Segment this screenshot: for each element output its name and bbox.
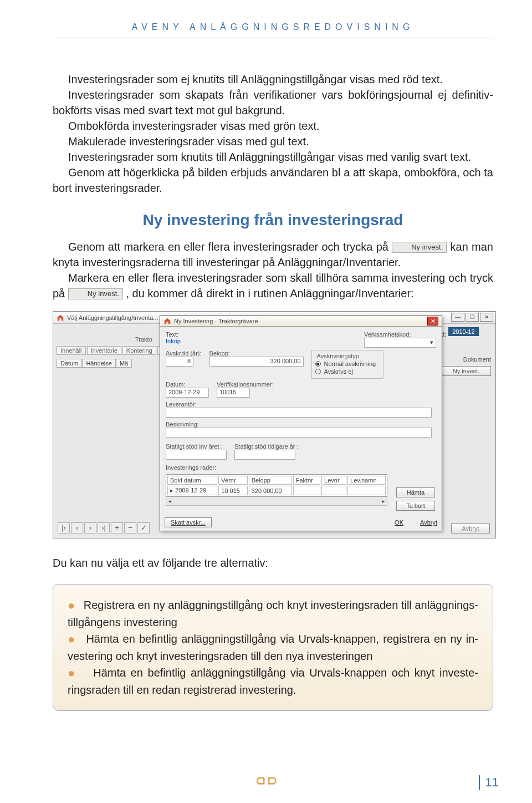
box-item-2: Hämta en befintlig anläggningstillgång v… [68,633,478,662]
label-stod2: Statligt stöd tidigare år : [234,443,299,450]
ny-investering-dialog: Ny Investering - Traktorgrävare ✕ Text: … [160,315,442,531]
label-beskrivning: Beskrivning: [166,421,436,428]
nav-first-icon[interactable]: |‹ [58,522,70,533]
label-avskrtid: Avskr.tid (år): [166,350,202,357]
nav-plus-icon[interactable]: + [111,522,123,533]
investeringsrader-table: Bokf.datum Vernr Belopp Faktnr Levnr Lev… [166,474,387,497]
col-ma: Mä [116,359,132,368]
p2a-1: Genom att markera en eller flera investe… [68,241,392,253]
radio-avskrivs-ej[interactable]: Avskrivs ej [315,368,380,375]
td-vernr: 10 015 [218,486,247,495]
nav-buttons: |‹ ‹ › ›| + − ✓ [58,522,150,533]
bg-trakto-label: Trakto [135,336,152,343]
minimize-icon[interactable]: — [451,313,464,322]
value-text[interactable]: Inköp [166,338,181,344]
td-levnamn [347,486,386,495]
p2b-2: , du kommer då direkt in i rutinen Anläg… [126,287,413,299]
intro-paragraph: Investeringsrader som ej knutits till An… [53,72,493,196]
bg-avbryt-button[interactable]: Avbryt [451,524,490,533]
nav-minus-icon[interactable]: − [124,522,136,533]
input-beskrivning[interactable] [166,428,432,438]
label-belopp: Belopp: [209,350,304,357]
maximize-icon[interactable]: ☐ [466,313,479,322]
input-verifnr[interactable]: 10015 [217,388,250,398]
nav-prev-icon[interactable]: ‹ [71,522,83,533]
ny-invest-inline-button-2[interactable]: Ny invest. [68,288,123,299]
th-levnamn: Lev.namn [347,476,386,485]
radio-normal[interactable]: Normal avskrivning [315,360,380,367]
hamta-button[interactable]: Hämta [396,487,435,497]
box-item-3: Hämta en befintlig anläggningstillgång v… [68,667,478,696]
table-scrollbar[interactable]: ◂▸ [166,497,387,506]
label-verksamhetskod: Verksamhetskod: [364,331,436,338]
home-icon [57,314,64,322]
p1-l3: Ombokförda investeringsrader visas med g… [53,118,493,134]
p1-l2: Investeringsrader som skapats från verif… [53,87,493,118]
skatt-avskr-button[interactable]: Skatt avskr... [165,517,212,527]
footer-logo-icon: ⫏⫐ [254,772,278,787]
bg-right-panel: d: 2010-12 Dokument Ny invest. [441,327,491,376]
p1-l5: Investeringsrader som knutits till Anläg… [53,149,493,165]
bullet-icon: ● [68,632,76,646]
bg-date-box[interactable]: 2010-12 [448,327,478,336]
td-levnr [321,486,346,495]
avskrivningstyp-group: Avskrivningstyp Normal avskrivning Avskr… [311,350,383,379]
dropdown-icon[interactable]: ▾ [430,339,433,346]
nav-next-icon[interactable]: › [84,522,96,533]
td-faktnr [293,486,320,495]
table-row[interactable]: ▸ 2009-12-29 10 015 320 000,00 [167,486,386,495]
col-handelse: Händelse [82,359,115,368]
label-leverantor: Leverantör: [166,401,436,408]
label-text: Text: [166,331,181,338]
th-vernr: Vernr [218,476,247,485]
tab-innehall[interactable]: Innehåll [57,346,86,355]
p1-l4: Makulerade investeringsrader visas med g… [53,134,493,149]
th-belopp: Belopp [249,476,292,485]
bg-tabs: Innehåll Inventarie Kontering Öv [57,346,173,355]
info-box: ● Registrera en ny anläggningstillgång o… [53,584,493,711]
p1-l1: Investeringsrader som ej knutits till An… [53,72,493,87]
window-controls: — ☐ ✕ [451,313,493,322]
after-shot-text: Du kan nu välja ett av följande tre alte… [53,555,493,571]
bullet-icon: ● [68,666,76,680]
label-verifnr: Verifikationsnummer: [217,381,274,388]
dialog-close-icon[interactable]: ✕ [427,317,438,326]
ta-bort-button[interactable]: Ta bort [396,501,435,511]
tab-inventarie[interactable]: Inventarie [87,346,121,355]
nav-check-icon[interactable]: ✓ [137,522,150,533]
ok-button[interactable]: OK [395,519,403,526]
close-icon[interactable]: ✕ [480,313,493,322]
th-levnr: Levnr [321,476,346,485]
tab-kontering[interactable]: Kontering [122,346,156,355]
input-avskrtid[interactable]: 8 [166,357,193,367]
bg-ny-invest-button[interactable]: Ny invest. [441,366,491,376]
page-number: 11 [479,775,499,790]
label-stod1: Statligt stöd inv året : [166,443,227,450]
input-stod2[interactable] [234,450,295,460]
box-item-1: Registrera en ny anläggningstillgång och… [68,599,478,628]
section-heading: Ny investering från investeringsrad [53,211,493,229]
input-verksamhetskod[interactable]: ▾ [364,338,436,348]
td-belopp: 320 000,00 [249,486,292,495]
input-stod1[interactable] [166,450,227,460]
input-belopp[interactable]: 320 000,00 [209,357,304,367]
label-invrader: Investerings rader: [166,464,436,471]
avbryt-button[interactable]: Avbryt [420,519,437,526]
dialog-titlebar: Ny Investering - Traktorgrävare ✕ [160,316,442,327]
th-faktnr: Faktnr [293,476,320,485]
th-bokfdatum: Bokf.datum [167,476,217,485]
input-datum[interactable]: 2009-12-29 [166,388,209,398]
bullet-icon: ● [68,598,75,612]
header-rule [53,38,493,38]
nav-last-icon[interactable]: ›| [98,522,110,533]
label-avskrivningstyp: Avskrivningstyp [315,353,361,359]
radio-ej-label: Avskrivs ej [324,368,353,375]
bg-window-title: Välj Anläggningstillgång/Inventa... [67,314,158,321]
label-datum: Datum: [166,381,209,388]
ny-invest-inline-button-1[interactable]: Ny invest. [392,242,447,253]
bg-dokument-label[interactable]: Dokument [441,356,491,363]
paragraph-2: Genom att markera en eller flera investe… [53,239,493,301]
input-leverantor[interactable] [166,408,432,418]
page-header: AVENY ANLÄGGNINGSREDOVISNING [53,22,493,32]
col-datum: Datum [57,359,82,368]
